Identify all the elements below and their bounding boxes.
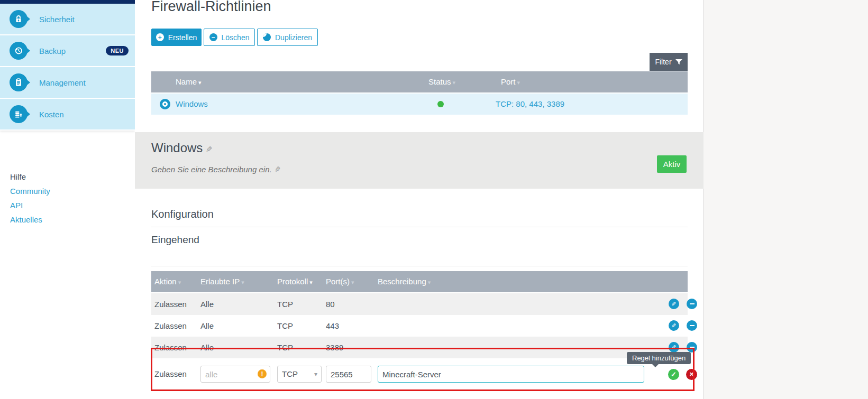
sidebar-top-bar [0,0,135,4]
link-hilfe[interactable]: Hilfe [10,172,50,181]
policy-description-placeholder[interactable]: Geben Sie eine Beschreibung ein.✎ [151,165,281,174]
link-api[interactable]: API [10,201,50,210]
remove-rule-icon[interactable] [687,299,697,309]
sort-caret-icon: ▾ [428,279,431,285]
column-erlaubte-ip[interactable]: Erlaubte IP▾ [200,271,244,293]
link-aktuelles[interactable]: Aktuelles [10,215,50,224]
filter-button[interactable]: Filter [650,53,688,71]
rule-ip: Alle [200,337,214,358]
rule-ip: Alle [200,315,214,337]
chevron-down-icon: ▾ [314,366,317,382]
toolbar: + Erstellen − Löschen Duplizieren [151,29,318,46]
rule-row: Zulassen Alle TCP 443 ✎ [151,315,688,337]
rule-action: Zulassen [154,337,187,358]
edit-name-pencil-icon[interactable]: ✎ [206,145,213,154]
rule-row: Zulassen Alle TCP 80 ✎ [151,293,688,315]
active-status-button[interactable]: Aktiv [657,155,687,173]
sidebar-item-sicherheit[interactable]: Sicherheit [0,4,135,35]
edit-rule-icon[interactable]: ✎ [669,342,679,352]
column-status[interactable]: Status▾ [428,71,455,93]
duplicate-icon [263,33,271,41]
sort-caret-icon: ▾ [241,279,244,285]
add-rule-tooltip: Regel hinzufügen [627,352,691,364]
port-input[interactable] [326,366,371,382]
rule-ports: 80 [326,293,335,315]
page-title: Firewall-Richtlinien [151,0,271,15]
confirm-check-icon[interactable]: ✓ [668,369,679,380]
create-button[interactable]: + Erstellen [151,29,202,46]
status-active-dot [437,101,444,107]
edit-rule-icon[interactable]: ✎ [669,299,679,309]
sidebar: Sicherheit Backup NEU [0,0,135,399]
sidebar-item-label: Sicherheit [39,15,75,24]
sidebar-item-backup[interactable]: Backup NEU [0,35,135,67]
new-rule-action: Zulassen [154,358,187,390]
sort-caret-icon: ▾ [178,279,181,285]
new-rule-row: Zulassen ! TCP ▾ ✓ ✕ [151,358,688,390]
new-badge: NEU [106,46,129,55]
remove-rule-icon[interactable] [687,320,697,331]
sidebar-item-kosten[interactable]: Kosten [0,99,135,131]
sidebar-item-management[interactable]: Management [0,67,135,99]
history-icon [10,42,28,60]
edit-description-pencil-icon[interactable]: ✎ [275,165,282,174]
sort-caret-icon: ▾ [351,279,354,285]
policies-table-header: Name▾ Status▾ Port▾ [151,71,688,92]
allowed-ip-field: ! [200,366,270,383]
configuration-heading: Konfiguration [151,208,214,220]
funnel-icon [675,59,682,65]
clipboard-icon [10,73,28,91]
divider [151,227,688,227]
plus-icon: + [156,33,164,41]
warning-icon: ! [258,369,267,378]
main-content: Firewall-Richtlinien + Erstellen − Lösch… [135,0,703,399]
column-protokoll[interactable]: Protokoll▾ [277,271,313,293]
duplicate-button[interactable]: Duplizieren [257,29,318,46]
policy-detail-panel: Windows✎ Geben Sie eine Beschreibung ein… [135,132,703,189]
delete-button[interactable]: − Löschen [204,29,255,46]
minus-icon: − [209,33,217,41]
rule-row: Zulassen Alle TCP 3389 ✎ [151,337,688,358]
rule-protocol: TCP [277,337,293,358]
sidebar-links: Hilfe Community API Aktuelles [10,172,50,229]
sort-caret-icon: ▾ [517,79,520,86]
rule-protocol: TCP [277,293,293,315]
column-name[interactable]: Name▾ [176,71,202,93]
remove-rule-icon[interactable] [687,342,697,352]
column-beschreibung[interactable]: Beschreibung▾ [378,271,431,293]
firewall-policies-page: Sicherheit Backup NEU [0,0,868,399]
policy-row-windows[interactable]: Windows TCP: 80, 443, 3389 [151,94,688,115]
row-radio-selected[interactable] [160,99,170,109]
inbound-heading: Eingehend [151,234,199,246]
lock-icon [10,10,28,28]
cancel-x-icon[interactable]: ✕ [686,369,697,380]
link-community[interactable]: Community [10,187,50,196]
rule-ports: 3389 [326,337,343,358]
description-input[interactable] [378,366,644,382]
sidebar-menu: Sicherheit Backup NEU [0,4,135,131]
rule-action: Zulassen [154,293,187,315]
rules-table-header: Aktion▾ Erlaubte IP▾ Protokoll▾ Port(s)▾… [151,271,688,292]
column-aktion[interactable]: Aktion▾ [154,271,181,293]
protocol-select[interactable]: TCP ▾ [277,366,322,383]
rule-action: Zulassen [154,315,187,337]
column-port[interactable]: Port▾ [501,71,520,93]
port-field [326,366,371,383]
sidebar-item-label: Management [39,78,86,87]
sidebar-item-label: Kosten [39,110,64,119]
policy-ports: TCP: 80, 443, 3389 [496,94,564,115]
rule-ip: Alle [200,293,214,315]
rule-ports: 443 [326,315,339,337]
column-ports[interactable]: Port(s)▾ [326,271,354,293]
policy-name[interactable]: Windows [176,94,208,115]
divider [151,266,688,266]
sort-caret-icon: ▾ [198,79,202,86]
policy-detail-name: Windows✎ [151,141,213,155]
sort-caret-icon: ▾ [309,279,313,285]
sort-caret-icon: ▾ [453,79,456,86]
description-field [378,366,644,383]
rule-protocol: TCP [277,315,293,337]
edit-rule-icon[interactable]: ✎ [669,320,679,331]
sidebar-item-label: Backup [39,47,66,55]
coins-icon [10,105,28,123]
